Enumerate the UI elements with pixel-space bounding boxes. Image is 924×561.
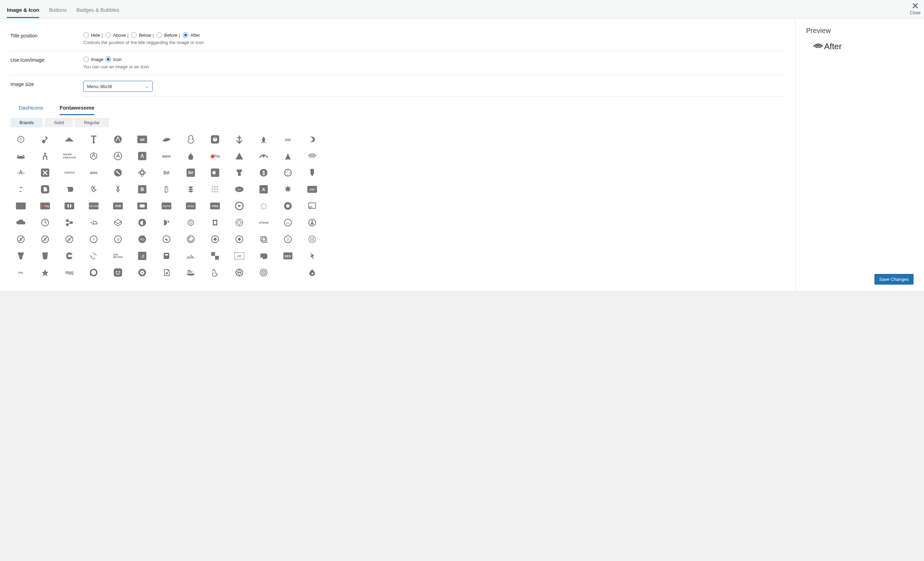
brand-icon[interactable] — [229, 148, 250, 164]
brand-icon[interactable] — [253, 231, 274, 247]
brand-icon[interactable]: PayPal — [156, 198, 177, 214]
brand-icon[interactable] — [253, 148, 274, 164]
brand-icon[interactable]: pay — [278, 132, 298, 147]
brand-icon[interactable] — [132, 165, 153, 181]
brand-icon[interactable] — [229, 215, 250, 230]
brand-icon[interactable]: D&DBEYOND — [108, 248, 128, 264]
brand-icon[interactable] — [156, 248, 177, 264]
brand-icon[interactable]: Bē — [156, 165, 177, 181]
radio-title-before[interactable]: Before — [156, 32, 177, 38]
brand-icon[interactable]: d — [132, 248, 153, 264]
brand-icon[interactable] — [156, 231, 177, 247]
brand-icon[interactable]: ₿ — [253, 165, 274, 181]
brand-icon[interactable]: digg — [59, 265, 80, 280]
brand-icon[interactable] — [132, 198, 153, 214]
brand-icon[interactable] — [108, 181, 128, 197]
brand-icon[interactable] — [59, 198, 80, 214]
brand-icon[interactable] — [302, 198, 322, 214]
brand-icon[interactable]: apper — [156, 148, 177, 164]
brand-icon[interactable] — [132, 265, 153, 280]
brand-icon[interactable]: 5 — [10, 132, 31, 147]
brand-icon[interactable]: ¥ — [59, 231, 80, 247]
brand-icon[interactable]: pay — [302, 181, 322, 197]
brand-icon[interactable]: ▪▪▪▪▪ — [10, 181, 31, 197]
brand-icon[interactable]: ₿ — [156, 181, 177, 197]
brand-icon[interactable]: DISCOVER — [83, 198, 104, 214]
brand-icon[interactable] — [302, 165, 322, 181]
tab-image-icon[interactable]: Image & Icon — [7, 5, 39, 18]
brand-icon[interactable]: 0 — [278, 231, 298, 247]
close-button[interactable]: ✕ Close — [910, 1, 921, 15]
brand-icon[interactable] — [108, 132, 128, 147]
brand-icon[interactable] — [83, 265, 104, 280]
brand-icon[interactable]: DEV — [278, 248, 298, 264]
brand-icon[interactable] — [59, 181, 80, 197]
brand-icon[interactable] — [108, 165, 128, 181]
radio-use-image[interactable]: Image — [83, 57, 104, 62]
brand-icon[interactable] — [132, 148, 153, 164]
brand-icon[interactable]: PD — [132, 231, 153, 247]
brand-icon[interactable]: -A- — [10, 165, 31, 181]
brand-icon[interactable] — [278, 198, 298, 214]
brand-icon[interactable] — [229, 132, 250, 147]
brand-icon[interactable]: VISA — [205, 198, 225, 214]
brand-icon[interactable] — [253, 132, 274, 147]
brand-icon[interactable]: ad — [132, 132, 153, 147]
brand-icon[interactable] — [229, 231, 250, 247]
brand-icon[interactable]: AVIATO — [59, 165, 80, 181]
brand-icon[interactable]: cc — [278, 215, 298, 230]
filter-solid[interactable]: Solid — [45, 118, 73, 127]
brand-icon[interactable] — [10, 248, 31, 264]
brand-icon[interactable] — [180, 132, 201, 147]
save-changes-button[interactable]: Save Changes — [874, 274, 914, 285]
brand-icon[interactable] — [83, 215, 104, 230]
brand-icon[interactable] — [156, 132, 177, 147]
brand-icon[interactable] — [205, 265, 225, 280]
brand-icon[interactable] — [205, 248, 225, 264]
filter-brands[interactable]: Brands — [10, 118, 43, 127]
brand-icon[interactable] — [83, 181, 104, 197]
brand-icon[interactable] — [253, 265, 274, 280]
brand-icon[interactable]: Bē — [180, 165, 201, 181]
brand-icon[interactable]: ⊘ — [108, 231, 128, 247]
brand-icon[interactable] — [302, 215, 322, 230]
brand-icon[interactable] — [83, 132, 104, 147]
brand-icon[interactable] — [34, 265, 56, 280]
brand-icon[interactable] — [302, 265, 322, 280]
brand-icon[interactable] — [253, 198, 274, 214]
brand-icon[interactable] — [10, 198, 31, 214]
brand-icon[interactable] — [59, 132, 80, 147]
brand-icon[interactable]: JCB — [108, 198, 128, 214]
brand-icon[interactable] — [205, 231, 225, 247]
brand-icon[interactable] — [253, 248, 274, 264]
radio-title-below[interactable]: Below — [131, 32, 151, 38]
brand-icon[interactable]: $ — [10, 231, 31, 247]
brand-icon[interactable] — [205, 132, 225, 147]
brand-icon[interactable]: DHL — [10, 265, 31, 280]
brand-icon[interactable] — [156, 215, 177, 230]
radio-title-after[interactable]: After — [183, 32, 200, 38]
brand-icon[interactable] — [10, 148, 31, 164]
brand-icon[interactable]: aws — [83, 165, 104, 181]
brand-icon[interactable] — [278, 148, 298, 164]
brand-icon[interactable] — [205, 165, 225, 181]
brand-icon[interactable] — [205, 215, 225, 230]
brand-icon[interactable] — [34, 132, 56, 147]
brand-icon[interactable]: cPanel — [253, 215, 274, 230]
subtab-fontawesome[interactable]: Fontawesome — [60, 103, 94, 115]
brand-icon[interactable] — [10, 215, 31, 230]
select-image-size[interactable]: Menu-36x36 ⌄ — [83, 81, 153, 92]
brand-icon[interactable] — [108, 148, 128, 164]
tab-buttons[interactable]: Buttons — [49, 5, 67, 18]
brand-icon[interactable] — [278, 165, 298, 181]
subtab-dashicons[interactable]: Dashicons — [19, 103, 43, 115]
brand-icon[interactable] — [156, 265, 177, 280]
brand-icon[interactable] — [180, 231, 201, 247]
brand-icon[interactable] — [108, 215, 128, 230]
brand-icon[interactable] — [83, 248, 104, 264]
brand-icon[interactable]: b.l — [229, 181, 250, 197]
brand-icon[interactable] — [205, 181, 225, 197]
brand-icon[interactable] — [278, 181, 298, 197]
brand-icon[interactable]: 🍎Pay — [34, 198, 56, 214]
brand-icon[interactable] — [180, 148, 201, 164]
